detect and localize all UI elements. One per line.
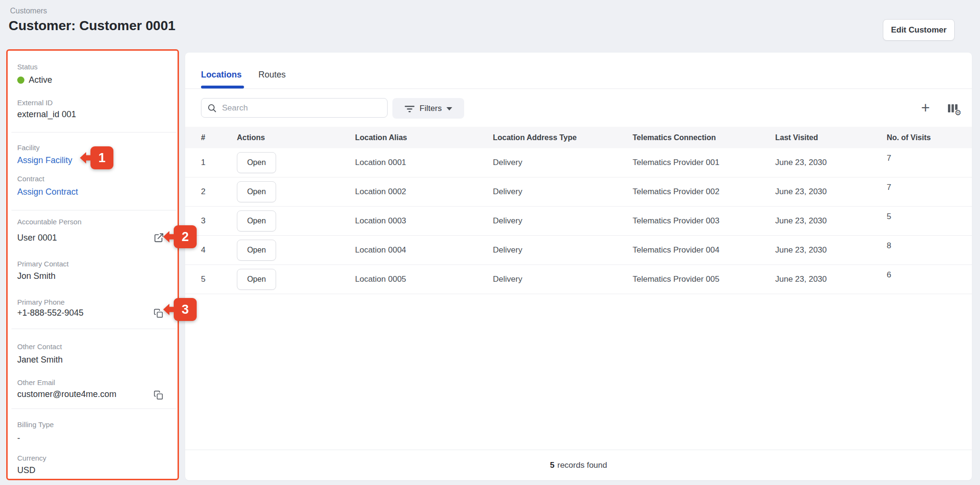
active-tab-underline — [201, 86, 244, 88]
columns-icon: ⚙ — [947, 102, 959, 115]
other-contact-value: Janet Smith — [17, 354, 63, 365]
location-alias-cell: Location 0003 — [355, 216, 493, 226]
search-input[interactable] — [222, 103, 381, 113]
table-row: 5 Open Location 0005 Delivery Telematics… — [185, 265, 972, 294]
table-header-row: # Actions Location Alias Location Addres… — [185, 127, 972, 148]
divider — [11, 329, 177, 329]
telematics-cell: Telematics Provider 004 — [633, 245, 775, 255]
page-title: Customer: Customer 0001 — [9, 18, 176, 33]
address-type-cell: Delivery — [493, 158, 633, 167]
currency-label: Currency — [17, 454, 46, 463]
primary-contact-value: Jon Smith — [17, 271, 56, 282]
tab-locations[interactable]: Locations — [201, 70, 242, 80]
row-number: 4 — [201, 245, 237, 255]
address-type-cell: Delivery — [493, 245, 633, 255]
address-type-cell: Delivery — [493, 187, 633, 197]
primary-contact-label: Primary Contact — [17, 260, 69, 268]
breadcrumb: Customers — [10, 7, 47, 15]
table-body: 1 Open Location 0001 Delivery Telematics… — [185, 148, 972, 294]
status-value: Active — [17, 75, 52, 86]
col-header-address-type: Location Address Type — [493, 133, 633, 142]
external-id-value: external_id 001 — [17, 109, 76, 120]
divider — [11, 210, 177, 210]
column-settings-button[interactable]: ⚙ — [944, 99, 962, 118]
location-alias-cell: Location 0005 — [355, 275, 493, 284]
address-type-cell: Delivery — [493, 275, 633, 284]
row-number: 5 — [201, 275, 237, 284]
row-number: 2 — [201, 187, 237, 197]
col-header-number: # — [201, 133, 237, 142]
billing-type-label: Billing Type — [17, 420, 54, 429]
billing-type-value: - — [17, 433, 20, 444]
assign-contract-link[interactable]: Assign Contract — [17, 187, 78, 198]
add-location-button[interactable]: + — [916, 99, 935, 117]
other-email-label: Other Email — [17, 378, 55, 387]
edit-customer-button[interactable]: Edit Customer — [883, 19, 955, 41]
row-number: 3 — [201, 216, 237, 226]
divider — [11, 408, 177, 409]
copy-icon[interactable] — [154, 390, 163, 400]
tab-routes[interactable]: Routes — [258, 70, 286, 80]
location-alias-cell: Location 0002 — [355, 187, 493, 197]
callout-badge-1: 1 — [79, 146, 113, 169]
records-found-status: 5 records found — [185, 450, 972, 480]
records-label: records found — [557, 461, 607, 470]
contract-label: Contract — [17, 175, 45, 183]
search-icon — [207, 103, 217, 113]
currency-value: USD — [17, 465, 35, 476]
row-number: 1 — [201, 158, 237, 167]
records-count: 5 — [550, 461, 554, 470]
open-button[interactable]: Open — [237, 210, 276, 231]
customer-details-panel: Status Active External ID external_id 00… — [6, 49, 179, 480]
last-visited-cell: June 23, 2030 — [775, 275, 887, 284]
divider — [11, 132, 177, 132]
locations-panel: Locations Routes Filters + ⚙ # Actions L… — [185, 53, 972, 480]
visits-cell: 8 — [887, 241, 972, 251]
last-visited-cell: June 23, 2030 — [775, 187, 887, 197]
other-contact-label: Other Contact — [17, 342, 62, 351]
col-header-actions: Actions — [237, 133, 355, 142]
last-visited-cell: June 23, 2030 — [775, 216, 887, 226]
col-header-location-alias: Location Alias — [355, 133, 493, 142]
callout-badge-2: 2 — [163, 225, 197, 248]
accountable-person-label: Accountable Person — [17, 218, 81, 226]
chevron-down-icon — [446, 107, 452, 110]
primary-phone-label: Primary Phone — [17, 298, 65, 307]
last-visited-cell: June 23, 2030 — [775, 158, 887, 167]
open-button[interactable]: Open — [237, 240, 276, 261]
divider — [185, 88, 972, 89]
col-header-last-visited: Last Visited — [775, 133, 887, 142]
status-active-dot-icon — [17, 77, 24, 84]
visits-cell: 5 — [887, 212, 972, 221]
search-input-wrapper — [201, 98, 388, 118]
filters-button[interactable]: Filters — [392, 98, 464, 119]
external-id-label: External ID — [17, 99, 53, 107]
gear-icon: ⚙ — [955, 109, 961, 117]
assign-facility-link[interactable]: Assign Facility — [17, 155, 72, 166]
table-row: 3 Open Location 0003 Delivery Telematics… — [185, 207, 972, 236]
accountable-person-value: User 0001 — [17, 232, 57, 243]
location-alias-cell: Location 0001 — [355, 158, 493, 167]
table-row: 4 Open Location 0004 Delivery Telematics… — [185, 236, 972, 265]
other-email-value: customer@route4me.com — [17, 389, 116, 400]
telematics-cell: Telematics Provider 002 — [633, 187, 775, 197]
open-button[interactable]: Open — [237, 181, 276, 202]
filter-icon — [404, 104, 415, 113]
visits-cell: 6 — [887, 270, 972, 280]
table-row: 2 Open Location 0002 Delivery Telematics… — [185, 177, 972, 207]
col-header-visits: No. of Visits — [887, 133, 972, 142]
open-button[interactable]: Open — [237, 152, 276, 173]
telematics-cell: Telematics Provider 001 — [633, 158, 775, 167]
facility-label: Facility — [17, 143, 40, 152]
primary-phone-value: +1-888-552-9045 — [17, 308, 84, 319]
telematics-cell: Telematics Provider 005 — [633, 275, 775, 284]
visits-cell: 7 — [887, 183, 972, 192]
copy-icon[interactable] — [154, 309, 163, 318]
open-button[interactable]: Open — [237, 269, 276, 290]
table-row: 1 Open Location 0001 Delivery Telematics… — [185, 148, 972, 177]
address-type-cell: Delivery — [493, 216, 633, 226]
visits-cell: 7 — [887, 154, 972, 163]
last-visited-cell: June 23, 2030 — [775, 245, 887, 255]
callout-badge-3: 3 — [163, 298, 197, 321]
telematics-cell: Telematics Provider 003 — [633, 216, 775, 226]
